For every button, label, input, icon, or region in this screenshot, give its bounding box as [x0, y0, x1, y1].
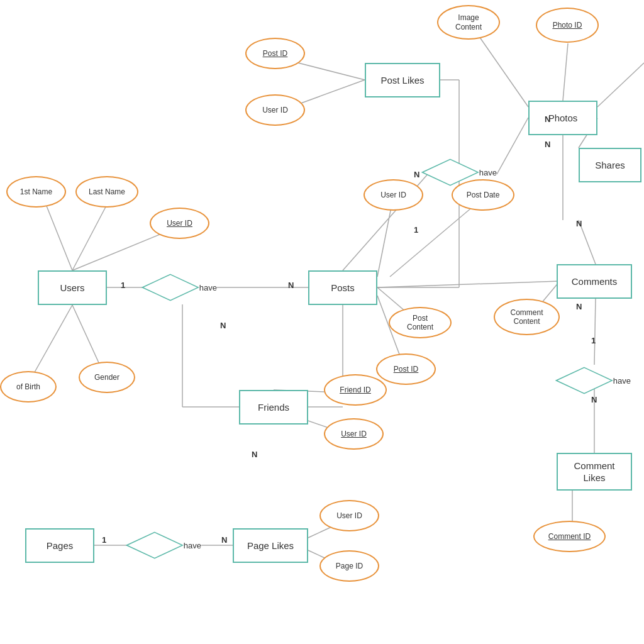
svg-marker-41 — [557, 367, 613, 393]
relation-pages-pagelikes: have — [126, 527, 201, 564]
card-n-comments2: N — [576, 302, 582, 311]
diamond-svg4 — [126, 527, 184, 564]
attr-commentcontent-label: Comment Content — [510, 308, 543, 326]
attr-postid-pl: Post ID — [245, 38, 305, 69]
relation-label2: have — [479, 168, 497, 177]
attr-userid-pl: User ID — [245, 94, 305, 126]
entity-postlikes: Post Likes — [365, 63, 440, 97]
entity-shares-label: Shares — [595, 160, 625, 170]
attr-lastname-label: Last Name — [89, 187, 125, 196]
attr-dob-label: of Birth — [16, 382, 40, 391]
entity-posts-label: Posts — [331, 282, 355, 293]
attr-dob: of Birth — [0, 371, 57, 402]
svg-line-17 — [390, 198, 483, 277]
attr-imagecontent-label: Image Content — [455, 13, 482, 31]
attr-commentid-label: Comment ID — [548, 532, 591, 541]
entity-postlikes-label: Post Likes — [380, 75, 424, 86]
svg-marker-42 — [127, 532, 183, 558]
relation-label3: have — [613, 376, 631, 386]
attr-commentcontent: Comment Content — [494, 299, 560, 335]
relation-users-posts: have — [142, 269, 217, 306]
card-1-users-have: 1 — [121, 280, 125, 290]
attr-commentid: Comment ID — [533, 521, 606, 552]
attr-pageid-label: Page ID — [336, 562, 363, 570]
entity-commentlikes-label: Comment Likes — [574, 460, 614, 484]
attr-imagecontent: Image Content — [437, 5, 500, 40]
attr-postcontent-label: Post Content — [407, 314, 433, 332]
svg-line-24 — [597, 63, 644, 107]
entity-pagelikes: Page Likes — [233, 528, 308, 563]
relation-label: have — [199, 283, 217, 292]
entity-pagelikes-label: Page Likes — [247, 540, 294, 551]
card-1-have-commentlikes: 1 — [591, 336, 596, 345]
attr-userid-users: User ID — [150, 208, 209, 239]
attr-postid-pl-label: Post ID — [263, 49, 287, 58]
entity-photos-label: Photos — [548, 113, 578, 123]
attr-userid-pl-label: User ID — [262, 106, 288, 114]
card-n-comments1: N — [576, 219, 582, 228]
entity-users-label: Users — [60, 282, 84, 293]
entity-photos: Photos — [528, 101, 597, 135]
card-n-commentlikes: N — [591, 395, 597, 404]
attr-firstname-label: 1st Name — [20, 187, 52, 196]
diamond-svg3 — [555, 362, 613, 399]
attr-userid-pagelikes: User ID — [319, 500, 379, 531]
entity-friends: Friends — [239, 390, 308, 425]
attr-photoid-label: Photo ID — [553, 21, 582, 30]
er-diagram: Users Posts Friends Pages Page Likes Pos… — [0, 0, 644, 644]
svg-line-23 — [563, 43, 568, 101]
attr-friendid: Friend ID — [324, 374, 387, 406]
attr-userid-posts: User ID — [364, 179, 423, 211]
entity-posts: Posts — [308, 270, 377, 305]
attr-lastname: Last Name — [75, 176, 138, 208]
svg-line-28 — [377, 281, 560, 287]
entity-pages-label: Pages — [47, 540, 74, 551]
card-n-photos1: N — [545, 114, 550, 124]
diamond-svg — [142, 269, 199, 306]
card-n-pagelikes: N — [221, 535, 227, 545]
card-n-have-posts: N — [288, 280, 294, 290]
entity-comments: Comments — [557, 264, 632, 299]
attr-userid-friends-label: User ID — [341, 430, 367, 438]
attr-postdate: Post Date — [452, 179, 514, 211]
attr-friendid-label: Friend ID — [340, 386, 370, 394]
attr-pageid: Page ID — [319, 550, 379, 582]
relation-comments-have: have — [555, 362, 631, 399]
card-n-posts-have: 1 — [414, 225, 418, 235]
entity-friends-label: Friends — [258, 402, 289, 413]
entity-shares: Shares — [579, 148, 641, 182]
attr-userid-posts-label: User ID — [380, 191, 406, 199]
attr-userid-pagelikes-label: User ID — [336, 511, 362, 520]
entity-users: Users — [38, 270, 107, 305]
attr-firstname: 1st Name — [6, 176, 66, 208]
attr-gender: Gender — [79, 362, 135, 393]
attr-gender-label: Gender — [94, 373, 119, 382]
entity-comments-label: Comments — [572, 276, 618, 287]
attr-postcontent: Post Content — [389, 307, 452, 338]
card-n-photos2: N — [545, 140, 550, 149]
card-n-have-down: N — [220, 321, 226, 330]
entity-commentlikes: Comment Likes — [557, 453, 632, 491]
attr-postid-posts: Post ID — [376, 353, 436, 385]
attr-photoid: Photo ID — [536, 8, 599, 43]
card-1-pages: 1 — [102, 535, 106, 545]
card-n-friends: N — [252, 450, 257, 459]
attr-postdate-label: Post Date — [467, 191, 500, 199]
attr-postid-posts-label: Post ID — [394, 365, 418, 374]
card-1-have-photos: N — [414, 170, 419, 179]
relation-label4: have — [184, 541, 201, 550]
svg-marker-39 — [143, 274, 199, 300]
entity-pages: Pages — [25, 528, 94, 563]
attr-userid-users-label: User ID — [167, 219, 192, 228]
svg-line-21 — [497, 118, 528, 174]
svg-line-30 — [594, 299, 596, 365]
attr-userid-friends: User ID — [324, 418, 384, 450]
